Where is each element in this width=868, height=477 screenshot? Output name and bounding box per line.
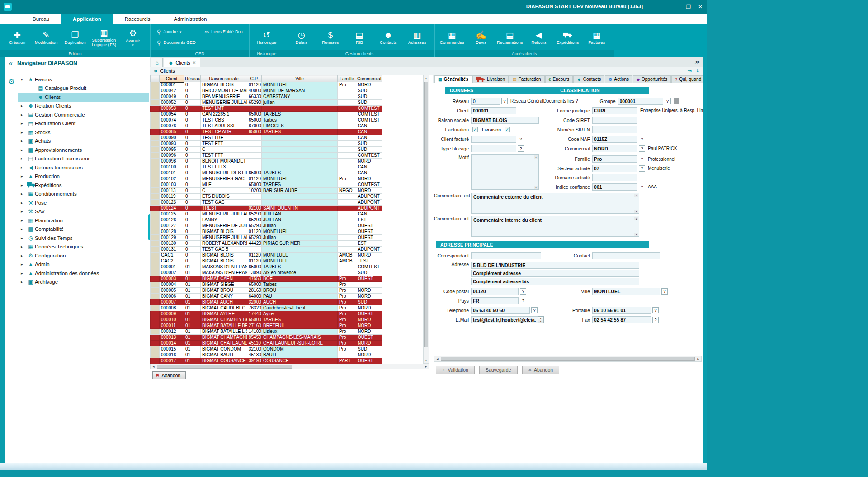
cell-ville[interactable]: Aytre (262, 311, 338, 317)
cell-cp[interactable] (247, 200, 262, 206)
cell-commercial[interactable]: CAN (356, 135, 382, 141)
cell-raison-sociale[interactable]: BIGMAT CHATEAUNEUF (201, 341, 247, 346)
cell-famille[interactable]: Pro (338, 305, 356, 311)
cell-raison-sociale[interactable]: BIGMAT CONDOM (201, 346, 247, 352)
vertical-scroll-thumb[interactable] (424, 82, 428, 347)
cell-ville[interactable]: BOE (262, 276, 338, 282)
table-row[interactable]: 0001280BIGMAT BLOIS01120MONTLUELOUEST (151, 229, 382, 235)
ribbon-item-commandes[interactable]: ▦Commandes (439, 30, 466, 45)
commentaire-ext-textarea[interactable]: Commentaire externe du client (471, 193, 639, 214)
table-row[interactable]: 0000900TEST LBECAN (151, 135, 382, 141)
cell-cp[interactable]: 65000 (247, 282, 262, 288)
cell-cp[interactable]: 13090 (247, 270, 262, 276)
cell-client[interactable]: 000124 (160, 206, 184, 211)
cell-famille[interactable] (338, 129, 356, 135)
cell-famille[interactable] (338, 217, 356, 223)
cell-commercial[interactable]: NORD (356, 288, 382, 294)
cell-commercial[interactable]: SUD (356, 299, 382, 305)
cell-famille[interactable] (338, 247, 356, 253)
cell-client[interactable]: 000001 (160, 82, 184, 88)
cell-raison-sociale[interactable]: BIGMAT BLOIS (201, 253, 247, 258)
cell-commercial[interactable]: SUD (356, 346, 382, 352)
cell-cp[interactable]: 65000 (247, 182, 262, 188)
panel-tab-actions[interactable]: ⚙Actions (605, 75, 632, 83)
cell-ville[interactable]: TARBES (262, 170, 338, 176)
scroll-down-icon[interactable]: ▾ (534, 186, 538, 189)
row-selector[interactable] (151, 164, 160, 170)
cell-raison-sociale[interactable]: ETS DUBOIS (201, 194, 247, 200)
sidebar-item-stocks[interactable]: ▸▦Stocks (18, 128, 149, 137)
cell-famille[interactable] (338, 94, 356, 100)
cell-reseau[interactable]: 0 (184, 206, 201, 211)
chevron-right-icon[interactable]: ▸ (21, 271, 27, 276)
ville-input[interactable] (592, 288, 660, 295)
cell-client[interactable]: 000049 (160, 94, 184, 100)
client-input[interactable] (471, 107, 516, 114)
column-header-reseau[interactable]: Réseau (184, 75, 201, 82)
cell-famille[interactable] (338, 170, 356, 176)
cell-commercial[interactable]: CAN (356, 123, 382, 129)
fax-help-button[interactable]: ? (652, 317, 659, 323)
scroll-down-icon[interactable]: ▾ (634, 210, 638, 213)
adresse-line2-input[interactable] (471, 270, 639, 277)
row-selector[interactable] (151, 82, 160, 88)
cell-raison-sociale[interactable]: TEST CBS (201, 117, 247, 123)
row-selector[interactable] (151, 335, 160, 341)
cell-client[interactable]: 000012 (160, 329, 184, 335)
cell-reseau[interactable]: 01 (184, 317, 201, 323)
sauvegarde-button[interactable]: Sauvegarde (479, 366, 518, 374)
cell-cp[interactable] (247, 106, 262, 112)
sidebar-item-planification[interactable]: ▸▦Planification (18, 216, 149, 225)
cell-commercial[interactable]: COMTEST (356, 264, 382, 270)
cell-cp[interactable]: 65290 (247, 223, 262, 229)
sidebar-item-conditionnements[interactable]: ▸▦Conditionnements (18, 190, 149, 199)
cell-raison-sociale[interactable]: FANNY (201, 217, 247, 223)
telephone-input[interactable] (471, 307, 530, 314)
cell-client[interactable]: 000128 (160, 229, 184, 235)
cell-ville[interactable]: Juillan (262, 223, 338, 229)
row-selector[interactable] (151, 352, 160, 358)
row-selector[interactable] (151, 176, 160, 182)
cell-famille[interactable]: Pro (338, 276, 356, 282)
scroll-down-icon[interactable]: ▼ (424, 357, 429, 363)
table-row[interactable]: 0001130C10200BAR-SUR-AUBENEGONORD (151, 188, 382, 194)
cell-ville[interactable]: MONTLUEL (262, 253, 338, 258)
table-row[interactable]: 0001290MENUISERIE JUILLANAIS65290Juillan… (151, 235, 382, 241)
cell-ville[interactable] (262, 247, 338, 253)
cell-cp[interactable]: 65000 (247, 129, 262, 135)
email-spinner[interactable]: ▴▾ (538, 316, 544, 323)
table-row[interactable]: 0001030MLE65000TARBESCOMTEST (151, 182, 382, 188)
sidebar-item-retours-fournisseurs[interactable]: ▸◀Retours fournisseurs (18, 163, 149, 172)
cell-raison-sociale[interactable]: BIGMAT BATAILLE LISIE (201, 329, 247, 335)
cell-raison-sociale[interactable]: BIGMAT CHAMPAGNE-L (201, 335, 247, 341)
tab-clients[interactable]: ☻ Clients ✕ (164, 58, 200, 67)
code-naf-help-button[interactable]: ? (639, 136, 645, 142)
cell-reseau[interactable]: 0 (184, 94, 201, 100)
cell-commercial[interactable]: ADUPONT (356, 194, 382, 200)
cell-ville[interactable]: Tarbes (262, 282, 338, 288)
cell-ville[interactable]: TARBES (262, 317, 338, 323)
table-row[interactable]: 0001250MENUISERIE JUILLANAIS65290JUILLAN… (151, 211, 382, 217)
raison-sociale-input[interactable] (471, 117, 539, 124)
cell-commercial[interactable]: NORD (356, 341, 382, 346)
row-selector[interactable] (151, 211, 160, 217)
table-row[interactable]: 00000501BIGMAT BROU28160BROUProNORD (151, 288, 382, 294)
cell-raison-sociale[interactable]: BIGMAT CAUDEBEC (201, 305, 247, 311)
cell-famille[interactable]: Pro (338, 294, 356, 299)
cell-raison-sociale[interactable]: TEST FTT (201, 141, 247, 147)
table-row[interactable]: 0000850TEST CP ADR65000TARBESCAN (151, 129, 382, 135)
cell-cp[interactable]: 02100 (247, 206, 262, 211)
cell-client[interactable]: 000008 (160, 305, 184, 311)
cell-reseau[interactable]: 0 (184, 241, 201, 247)
cell-commercial[interactable] (356, 282, 382, 288)
cell-raison-sociale[interactable]: MENUISERIE DE JUILLAN (201, 223, 247, 229)
cell-ville[interactable]: Juillan (262, 235, 338, 241)
panel-horizontal-scrollbar[interactable]: ◄ ► (434, 356, 702, 362)
cell-cp[interactable] (247, 141, 262, 147)
cell-reseau[interactable]: 0 (184, 106, 201, 112)
cell-raison-sociale[interactable]: BIGMAT AYTRE (201, 311, 247, 317)
cell-client[interactable]: 000102 (160, 176, 184, 182)
panel-tab-encours[interactable]: €Encours (545, 75, 573, 83)
cell-famille[interactable]: Pro (338, 82, 356, 88)
cell-raison-sociale[interactable]: MLE (201, 182, 247, 188)
